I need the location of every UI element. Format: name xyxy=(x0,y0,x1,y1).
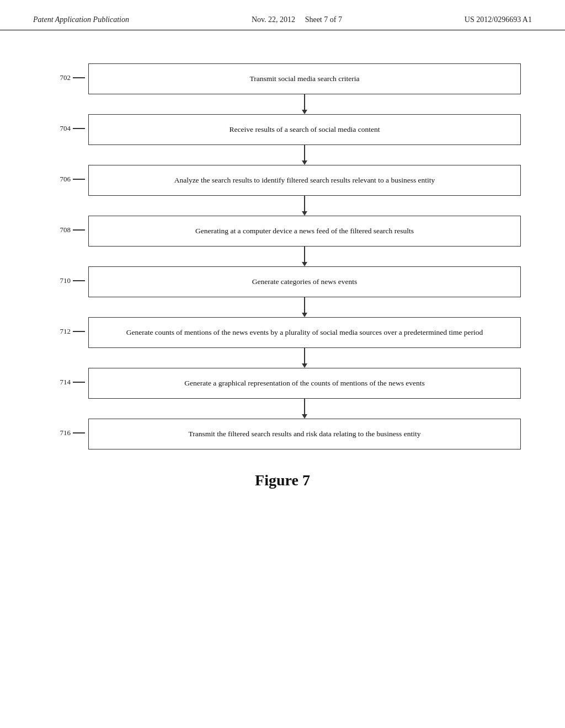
arrow-1 xyxy=(44,94,521,114)
arrow-7 xyxy=(44,399,521,419)
label-714: 714 xyxy=(44,368,88,399)
arrow-2 xyxy=(44,145,521,165)
flow-row-712: 712 Generate counts of mentions of the n… xyxy=(44,317,521,348)
label-dash-710 xyxy=(73,280,85,281)
arrow-tip-4 xyxy=(302,262,307,266)
publication-label: Patent Application Publication xyxy=(33,15,129,24)
step-box-708: Generating at a computer device a news f… xyxy=(88,216,521,247)
label-710: 710 xyxy=(44,266,88,297)
sheet-number: Sheet 7 of 7 xyxy=(305,15,342,24)
step-box-716: Transmit the filtered search results and… xyxy=(88,419,521,449)
label-716: 716 xyxy=(44,419,88,449)
flow-row-708: 708 Generating at a computer device a ne… xyxy=(44,216,521,247)
date-sheet: Nov. 22, 2012 Sheet 7 of 7 xyxy=(252,15,342,24)
arrow-tip-7 xyxy=(302,414,307,419)
arrow-3 xyxy=(44,196,521,216)
publication-date: Nov. 22, 2012 xyxy=(252,15,295,24)
label-dash-712 xyxy=(73,331,85,332)
flow-row-710: 710 Generate categories of news events xyxy=(44,266,521,297)
arrow-6 xyxy=(44,348,521,368)
label-704: 704 xyxy=(44,114,88,145)
patent-number: US 2012/0296693 A1 xyxy=(465,15,532,24)
label-dash-702 xyxy=(73,77,85,78)
step-box-710: Generate categories of news events xyxy=(88,266,521,297)
label-dash-708 xyxy=(73,229,85,231)
step-box-714: Generate a graphical representation of t… xyxy=(88,368,521,399)
label-dash-714 xyxy=(73,382,85,383)
step-box-706: Analyze the search results to identify f… xyxy=(88,165,521,196)
step-box-702: Transmit social media search criteria xyxy=(88,63,521,94)
flow-row-702: 702 Transmit social media search criteri… xyxy=(44,63,521,94)
arrow-4 xyxy=(44,247,521,266)
flow-row-714: 714 Generate a graphical representation … xyxy=(44,368,521,399)
arrow-tip-6 xyxy=(302,363,307,368)
arrow-tip-3 xyxy=(302,211,307,216)
label-706: 706 xyxy=(44,165,88,196)
page-header: Patent Application Publication Nov. 22, … xyxy=(0,0,565,30)
label-702: 702 xyxy=(44,63,88,94)
flowchart: 702 Transmit social media search criteri… xyxy=(44,63,521,449)
arrow-tip-1 xyxy=(302,110,307,114)
page: Patent Application Publication Nov. 22, … xyxy=(0,0,565,728)
arrow-tip-2 xyxy=(302,160,307,165)
step-box-712: Generate counts of mentions of the news … xyxy=(88,317,521,348)
label-dash-716 xyxy=(73,432,85,433)
label-dash-704 xyxy=(73,128,85,129)
arrow-tip-5 xyxy=(302,313,307,317)
flow-row-706: 706 Analyze the search results to identi… xyxy=(44,165,521,196)
label-712: 712 xyxy=(44,317,88,348)
label-708: 708 xyxy=(44,216,88,247)
main-content: 702 Transmit social media search criteri… xyxy=(0,30,565,511)
arrow-5 xyxy=(44,297,521,317)
figure-caption: Figure 7 xyxy=(44,472,521,489)
flow-row-704: 704 Receive results of a search of socia… xyxy=(44,114,521,145)
flow-row-716: 716 Transmit the filtered search results… xyxy=(44,419,521,449)
label-dash-706 xyxy=(73,179,85,180)
step-box-704: Receive results of a search of social me… xyxy=(88,114,521,145)
